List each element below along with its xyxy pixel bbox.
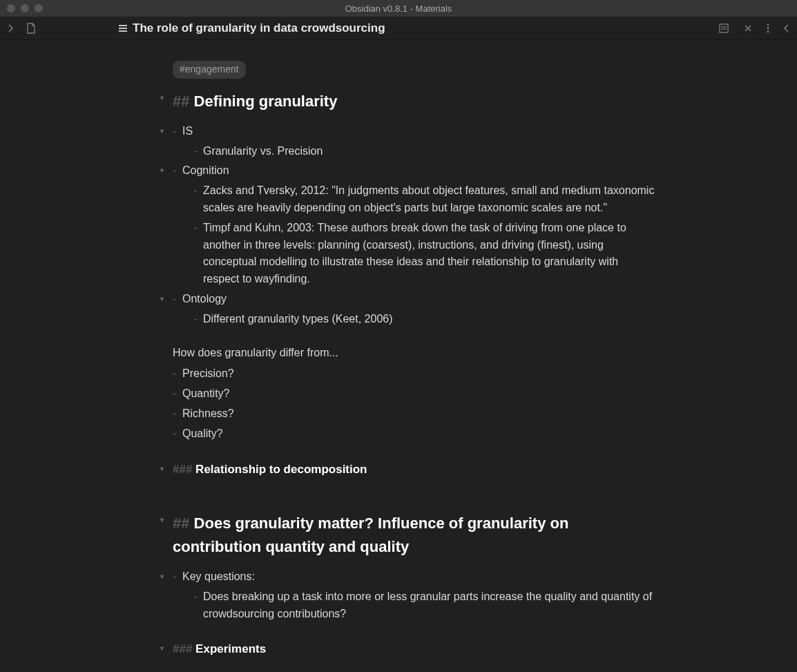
list-item-text: Ontology [182,293,227,305]
svg-point-4 [767,27,769,29]
heading-defining-granularity[interactable]: ▼ ## Defining granularity [173,90,656,113]
fold-marker-icon[interactable]: ▼ [159,465,165,474]
list-item[interactable]: Different granularity types (Keet, 2006) [193,311,656,328]
list-item[interactable]: ▼ Ontology Different granularity types (… [173,291,656,328]
svg-point-5 [767,30,769,32]
h3-marker: ### [173,642,192,655]
note-title-area[interactable]: The role of granularity in data crowdsou… [119,21,385,35]
h2-marker: ## [173,515,189,532]
list-item-text: Quantity? [182,387,229,399]
list-item[interactable]: Zacks and Tversky, 2012: "In judgments a… [193,182,656,217]
minimize-window-button[interactable] [21,4,29,12]
fold-marker-icon[interactable]: ▼ [159,94,165,104]
editor-content[interactable]: #engagement ▼ ## Defining granularity ▼ … [0,40,797,672]
fold-marker-icon[interactable]: ▼ [159,295,165,305]
list-item[interactable]: ▼ IS Granularity vs. Precision [173,123,656,160]
h2-marker: ## [173,93,189,110]
fold-marker-icon[interactable]: ▼ [159,516,165,526]
heading-does-granularity-matter[interactable]: ▼ ## Does granularity matter? Influence … [173,512,656,559]
chevron-left-icon[interactable] [783,23,790,33]
list-number-marker: 1. [173,669,182,672]
fold-marker-icon[interactable]: ▼ [159,573,165,582]
list-item-text: Timpf and Kuhn, 2003: These authors brea… [203,222,626,285]
outline-icon [119,25,127,32]
svg-point-3 [767,23,769,26]
svg-rect-0 [720,24,728,32]
note-title: The role of granularity in data crowdsou… [133,21,385,35]
fold-marker-icon[interactable]: ▼ [159,127,165,137]
file-icon[interactable] [26,23,36,34]
list-item-text: Quality? [182,428,223,439]
paragraph[interactable]: How does granularity differ from... [173,345,656,362]
ordered-list-item[interactable]: ▼ 1. A simple lab study using the NL Nat… [173,669,656,672]
list-item[interactable]: ▼ Cognition Zacks and Tversky, 2012: "In… [173,162,656,288]
heading-experiments[interactable]: ▼ ### Experiments [173,640,656,658]
list-item-text: Richness? [182,407,234,419]
list-item-text: Does breaking up a task into more or les… [203,591,652,620]
list-item-text: Different granularity types (Keet, 2006) [203,313,393,325]
list-item[interactable]: ▼ Key questions: Does breaking up a task… [173,568,656,622]
fold-marker-icon[interactable]: ▼ [159,644,165,654]
list-item-text: Granularity vs. Precision [203,145,323,157]
list-item[interactable]: Granularity vs. Precision [193,143,656,160]
preview-mode-icon[interactable] [718,23,729,34]
list-item-text: IS [182,125,193,137]
list-item-text: Zacks and Tversky, 2012: "In judgments a… [203,184,654,213]
list-item[interactable]: Timpf and Kuhn, 2003: These authors brea… [193,220,656,288]
heading-text: Defining granularity [194,93,338,110]
window-title: Obsidian v0.8.1 - Materials [0,3,797,14]
tag-engagement[interactable]: #engagement [173,61,246,79]
fold-marker-icon[interactable]: ▼ [159,166,165,176]
list-item-text: Key questions: [182,570,255,582]
chevron-right-icon[interactable] [7,23,14,33]
more-options-icon[interactable] [767,23,769,34]
list-item[interactable]: Does breaking up a task into more or les… [193,588,656,623]
heading-text: Experiments [195,642,266,655]
close-window-button[interactable] [7,4,15,12]
list-item-text: Precision? [182,367,234,379]
h3-marker: ### [173,463,192,476]
list-item-text: Cognition [182,164,229,176]
heading-relationship-decomposition[interactable]: ▼ ### Relationship to decomposition [173,461,656,479]
maximize-window-button[interactable] [35,4,43,12]
list-item[interactable]: Quality? [173,425,656,443]
heading-text: Relationship to decomposition [195,463,367,476]
list-item[interactable]: Quantity? [173,385,656,403]
tab-header: The role of granularity in data crowdsou… [0,17,797,40]
traffic-lights [0,4,43,12]
heading-text: Does granularity matter? Influence of gr… [173,515,568,555]
close-tab-icon[interactable] [743,23,753,33]
list-item[interactable]: Richness? [173,405,656,423]
list-item[interactable]: Precision? [173,365,656,383]
window-titlebar: Obsidian v0.8.1 - Materials [0,0,797,17]
